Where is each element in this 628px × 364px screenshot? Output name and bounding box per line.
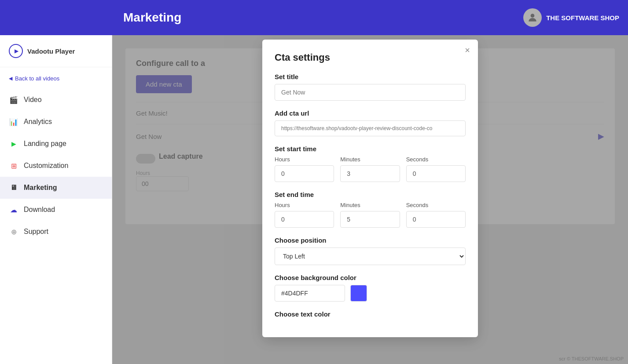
add-cta-url-label: Add cta url: [275, 109, 466, 117]
sidebar-item-label-landing-page: Landing page: [24, 140, 66, 148]
end-seconds-input[interactable]: [406, 211, 466, 228]
start-hours-label: Hours: [275, 156, 334, 163]
end-minutes-label: Minutes: [340, 202, 400, 208]
start-hours-col: Hours: [275, 156, 334, 182]
end-hours-col: Hours: [275, 202, 334, 228]
sidebar-item-label-support: Support: [24, 228, 48, 236]
choose-bg-color-group: Choose background color: [275, 274, 466, 302]
customization-icon: ⊞: [9, 161, 18, 171]
logo-icon: [9, 44, 23, 58]
marketing-icon: 🖥: [9, 183, 18, 193]
start-hours-input[interactable]: [275, 165, 334, 182]
choose-bg-color-label: Choose background color: [275, 274, 466, 281]
choose-position-group: Choose position Top Left Top Right Botto…: [275, 237, 466, 265]
user-icon: [527, 12, 538, 23]
avatar: [523, 8, 542, 27]
sidebar-logo: Vadootu Player: [0, 44, 112, 67]
sidebar-item-analytics[interactable]: 📊 Analytics: [0, 111, 112, 133]
modal-title: Cta settings: [275, 52, 466, 63]
start-seconds-label: Seconds: [406, 156, 466, 163]
choose-text-color-group: Choose text color: [275, 310, 466, 318]
end-hours-label: Hours: [275, 202, 334, 208]
back-label: Back to all videos: [15, 75, 59, 82]
sidebar-item-support[interactable]: ⊕ Support: [0, 221, 112, 243]
modal-close-button[interactable]: ×: [465, 46, 470, 55]
video-icon: 🎬: [9, 95, 18, 105]
set-title-group: Set title: [275, 73, 466, 101]
sidebar-item-label-marketing: Marketing: [24, 184, 57, 192]
set-start-time-group: Set start time Hours Minutes Seconds: [275, 145, 466, 182]
add-cta-url-input[interactable]: [275, 120, 466, 136]
end-time-row: Hours Minutes Seconds: [275, 202, 466, 228]
sidebar-item-download[interactable]: ☁ Download: [0, 199, 112, 221]
logo-text: Vadootu Player: [27, 47, 75, 55]
add-cta-url-group: Add cta url: [275, 109, 466, 136]
start-minutes-label: Minutes: [340, 156, 400, 163]
page-title: Marketing: [123, 11, 181, 25]
position-select[interactable]: Top Left Top Right Bottom Left Bottom Ri…: [275, 248, 466, 265]
sidebar-item-label-download: Download: [24, 206, 55, 214]
end-minutes-col: Minutes: [340, 202, 400, 228]
download-icon: ☁: [9, 205, 18, 215]
sidebar-item-label-video: Video: [24, 96, 42, 104]
choose-text-color-label: Choose text color: [275, 310, 466, 318]
end-hours-input[interactable]: [275, 211, 334, 228]
cta-settings-modal: × Cta settings Set title Add cta url Set…: [262, 40, 478, 337]
start-minutes-col: Minutes: [340, 156, 400, 182]
modal-overlay: × Cta settings Set title Add cta url Set…: [112, 35, 628, 364]
choose-position-label: Choose position: [275, 237, 466, 244]
bg-color-row: [275, 285, 466, 302]
sidebar-item-customization[interactable]: ⊞ Customization: [0, 155, 112, 177]
set-start-time-label: Set start time: [275, 145, 466, 153]
set-end-time-label: Set end time: [275, 191, 466, 198]
landing-page-icon: ▶: [9, 139, 18, 149]
end-seconds-label: Seconds: [406, 202, 466, 208]
start-seconds-input[interactable]: [406, 165, 466, 182]
back-to-videos[interactable]: Back to all videos: [0, 72, 112, 85]
bg-color-input[interactable]: [275, 285, 345, 302]
sidebar-item-label-customization: Customization: [24, 162, 68, 170]
start-seconds-col: Seconds: [406, 156, 466, 182]
sidebar: Vadootu Player Back to all videos 🎬 Vide…: [0, 35, 112, 364]
start-time-row: Hours Minutes Seconds: [275, 156, 466, 182]
set-title-input[interactable]: [275, 84, 466, 101]
sidebar-item-marketing[interactable]: 🖥 Marketing: [0, 177, 112, 199]
start-minutes-input[interactable]: [340, 165, 400, 182]
sidebar-item-label-analytics: Analytics: [24, 118, 52, 126]
svg-point-0: [531, 14, 535, 18]
end-seconds-col: Seconds: [406, 202, 466, 228]
sidebar-item-video[interactable]: 🎬 Video: [0, 89, 112, 111]
user-name: THE SOFTWARE SHOP: [546, 14, 619, 22]
bg-color-swatch[interactable]: [350, 285, 367, 302]
support-icon: ⊕: [9, 227, 18, 237]
analytics-icon: 📊: [9, 117, 18, 127]
set-end-time-group: Set end time Hours Minutes Seconds: [275, 191, 466, 228]
user-info: THE SOFTWARE SHOP: [523, 8, 619, 27]
set-title-label: Set title: [275, 73, 466, 80]
sidebar-item-landing-page[interactable]: ▶ Landing page: [0, 133, 112, 155]
content-area: Configure call to a Add new cta Get Musi…: [112, 35, 628, 364]
main-layout: Vadootu Player Back to all videos 🎬 Vide…: [0, 35, 628, 364]
topbar: Marketing THE SOFTWARE SHOP: [0, 0, 628, 35]
end-minutes-input[interactable]: [340, 211, 400, 228]
